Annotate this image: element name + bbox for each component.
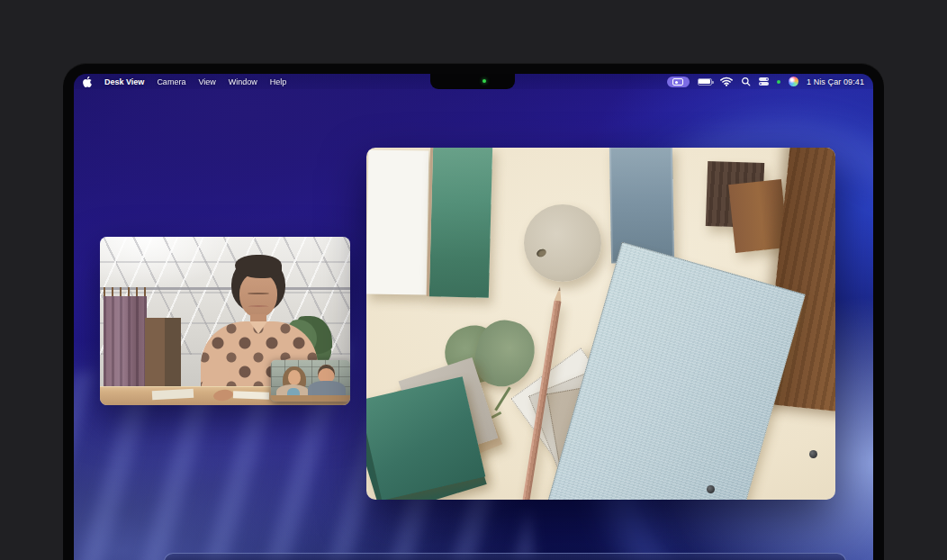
clothing-rack-fabric [104, 296, 147, 386]
menu-help[interactable]: Help [270, 77, 287, 86]
fabric-grommet [707, 485, 715, 493]
green-tile-sample [427, 148, 492, 298]
video-camera-icon [672, 78, 683, 86]
fabric-grommet [809, 450, 817, 458]
facetime-window[interactable] [100, 237, 350, 405]
clothing-rack-hangers [104, 287, 147, 296]
background-window-edge[interactable] [164, 553, 846, 560]
felt-disc-hole [536, 248, 547, 258]
control-center-icon[interactable] [759, 77, 769, 86]
siri-icon[interactable] [789, 77, 798, 86]
apple-menu[interactable] [83, 77, 92, 87]
leaf-stem [494, 386, 510, 411]
recording-dot [777, 80, 780, 84]
camera-indicator-light [483, 79, 486, 83]
white-paper-card [366, 149, 428, 294]
macbook-frame: Desk View Camera View Window Help 1 Nis … [63, 63, 884, 560]
pip-woman-face [288, 370, 301, 385]
battery-icon[interactable] [698, 78, 712, 86]
menu-window[interactable]: Window [229, 77, 257, 86]
spotlight-icon[interactable] [741, 77, 751, 86]
felt-disc-sample [524, 204, 601, 282]
camera-active-indicator[interactable] [667, 77, 690, 87]
pencil-tip [555, 286, 564, 302]
menu-view[interactable]: View [198, 77, 215, 86]
menu-app-name[interactable]: Desk View [104, 77, 144, 86]
macbook-screen: Desk View Camera View Window Help 1 Nis … [74, 74, 873, 560]
wifi-icon[interactable] [720, 77, 733, 86]
pip-table [271, 395, 350, 402]
marketing-backdrop: Desk View Camera View Window Help 1 Nis … [0, 0, 947, 560]
desk-paper [233, 391, 269, 399]
menu-bar-clock[interactable]: 1 Nis Çar 09:41 [807, 77, 864, 86]
menu-camera[interactable]: Camera [157, 77, 185, 86]
desk-view-window[interactable] [366, 148, 835, 500]
apple-logo-icon [83, 77, 92, 87]
wood-cabinet [145, 318, 181, 388]
fabric-swatch-blue [546, 242, 806, 500]
presenter-face [239, 273, 277, 318]
facetime-pip[interactable] [271, 360, 350, 402]
blue-gray-tile-sample [609, 148, 674, 264]
camera-notch [430, 74, 515, 89]
